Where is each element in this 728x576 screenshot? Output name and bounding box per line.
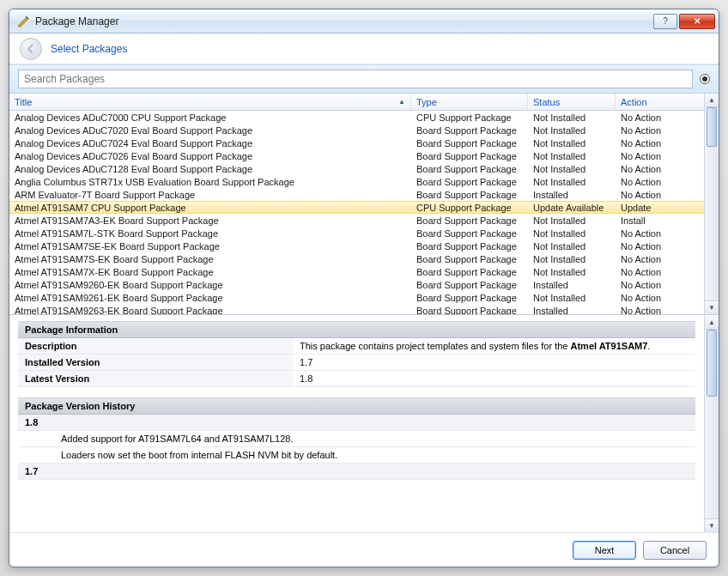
cell-action: No Action <box>616 138 674 149</box>
cell-action: No Action <box>616 228 674 239</box>
scroll-up-icon[interactable]: ▲ <box>705 94 719 107</box>
cell-type: Board Support Package <box>411 306 528 315</box>
col-title[interactable]: Title▲ <box>9 94 411 110</box>
cell-action: No Action <box>616 280 674 290</box>
dialog-footer: Next Cancel <box>9 532 719 567</box>
cell-action: Update <box>616 203 674 213</box>
table-row[interactable]: Analog Devices ADuC7020 Eval Board Suppo… <box>9 124 704 136</box>
col-action[interactable]: Action <box>616 94 674 110</box>
scroll-up-icon[interactable]: ▲ <box>705 316 719 330</box>
cell-action: No Action <box>616 177 674 187</box>
cell-status: Not Installed <box>528 125 616 136</box>
cell-type: Board Support Package <box>411 254 528 264</box>
cell-action: No Action <box>616 125 674 136</box>
table-row[interactable]: Atmel AT91SAM9263-EK Board Support Packa… <box>9 304 704 314</box>
history-version: 1.7 <box>18 464 695 480</box>
cell-action: No Action <box>616 306 674 315</box>
cell-status: Not Installed <box>528 151 616 161</box>
cell-type: Board Support Package <box>411 164 528 174</box>
cell-action: Install <box>616 215 674 226</box>
cell-status: Not Installed <box>528 228 616 239</box>
col-status[interactable]: Status <box>528 94 616 110</box>
cell-action: No Action <box>616 241 674 252</box>
cell-type: Board Support Package <box>411 293 528 303</box>
cancel-button[interactable]: Cancel <box>643 541 707 560</box>
table-row[interactable]: ARM Evaluator-7T Board Support PackageBo… <box>9 188 704 201</box>
cell-status: Not Installed <box>528 254 616 264</box>
cell-action: No Action <box>616 112 674 123</box>
cell-title: ARM Evaluator-7T Board Support Package <box>9 190 411 200</box>
cell-action: No Action <box>616 151 674 161</box>
col-type[interactable]: Type <box>411 94 528 110</box>
installed-version-value: 1.7 <box>293 355 695 371</box>
close-button[interactable]: ✕ <box>679 14 715 29</box>
table-row[interactable]: Atmel AT91SAM7X-EK Board Support Package… <box>9 265 704 278</box>
cell-action: No Action <box>616 254 674 264</box>
cell-type: CPU Support Package <box>411 112 528 123</box>
cell-title: Atmel AT91SAM9263-EK Board Support Packa… <box>9 306 411 315</box>
cell-title: Atmel AT91SAM9261-EK Board Support Packa… <box>9 293 411 303</box>
table-row[interactable]: Atmel AT91SAM9261-EK Board Support Packa… <box>9 291 704 304</box>
back-button[interactable] <box>20 38 42 60</box>
cell-title: Analog Devices ADuC7026 Eval Board Suppo… <box>9 151 411 161</box>
cell-status: Not Installed <box>528 293 616 303</box>
cell-type: Board Support Package <box>411 151 528 161</box>
cell-type: Board Support Package <box>411 228 528 239</box>
package-manager-window: Package Manager ? ✕ Select Packages Titl… <box>9 9 719 567</box>
table-row[interactable]: Atmel AT91SAM7L-STK Board Support Packag… <box>9 227 704 239</box>
table-row[interactable]: Anglia Columbus STR71x USB Evaluation Bo… <box>9 175 704 188</box>
arrow-left-icon <box>26 44 36 54</box>
cell-title: Anglia Columbus STR71x USB Evaluation Bo… <box>9 177 411 187</box>
version-history-header: Package Version History <box>18 397 695 415</box>
table-row[interactable]: Atmel AT91SAM7A3-EK Board Support Packag… <box>9 214 704 227</box>
cell-type: Board Support Package <box>411 177 528 187</box>
table-row[interactable]: Analog Devices ADuC7024 Eval Board Suppo… <box>9 136 704 149</box>
cell-type: Board Support Package <box>411 241 528 252</box>
table-row[interactable]: Atmel AT91SAM7 CPU Support PackageCPU Su… <box>9 201 704 214</box>
cell-status: Not Installed <box>528 215 616 226</box>
table-row[interactable]: Analog Devices ADuC7026 Eval Board Suppo… <box>9 149 704 162</box>
installed-version-label: Installed Version <box>18 355 293 371</box>
package-info-header: Package Information <box>18 321 695 338</box>
table-row[interactable]: Atmel AT91SAM9260-EK Board Support Packa… <box>9 278 704 291</box>
cell-action: No Action <box>616 190 674 200</box>
table-row[interactable]: Analog Devices ADuC7128 Eval Board Suppo… <box>9 162 704 175</box>
table-row[interactable]: Analog Devices ADuC7000 CPU Support Pack… <box>9 111 704 124</box>
help-button[interactable]: ? <box>653 14 677 29</box>
search-bar <box>9 64 719 94</box>
cell-status: Not Installed <box>528 241 616 252</box>
cell-type: CPU Support Package <box>411 203 528 213</box>
cell-title: Atmel AT91SAM7L-STK Board Support Packag… <box>9 228 411 239</box>
cell-title: Atmel AT91SAM7S-EK Board Support Package <box>9 254 411 264</box>
cell-type: Board Support Package <box>411 125 528 136</box>
scroll-down-icon[interactable]: ▼ <box>705 518 719 532</box>
scroll-thumb[interactable] <box>707 330 717 397</box>
latest-version-value: 1.8 <box>293 371 695 387</box>
help-icon: ? <box>663 16 668 26</box>
next-button[interactable]: Next <box>573 541 636 560</box>
cell-action: No Action <box>616 164 674 174</box>
cell-action: No Action <box>616 267 674 277</box>
table-row[interactable]: Atmel AT91SAM7S-EK Board Support Package… <box>9 252 704 265</box>
cell-type: Board Support Package <box>411 138 528 149</box>
sort-asc-icon: ▲ <box>398 98 405 106</box>
history-note: Added support for AT91SAM7L64 and AT91SA… <box>18 431 695 447</box>
cell-status: Not Installed <box>528 177 616 187</box>
cell-status: Installed <box>528 280 616 290</box>
cell-title: Atmel AT91SAM7 CPU Support Package <box>9 203 411 213</box>
cell-title: Analog Devices ADuC7128 Eval Board Suppo… <box>9 164 411 174</box>
table-row[interactable]: Atmel AT91SAM7SE-EK Board Support Packag… <box>9 239 704 252</box>
filter-radio[interactable] <box>700 74 710 84</box>
details-scrollbar[interactable]: ▲ ▼ <box>704 316 719 532</box>
cell-action: No Action <box>616 293 674 303</box>
cell-type: Board Support Package <box>411 215 528 226</box>
cell-title: Analog Devices ADuC7020 Eval Board Suppo… <box>9 125 411 136</box>
scroll-thumb[interactable] <box>707 107 717 147</box>
cell-title: Atmel AT91SAM7SE-EK Board Support Packag… <box>9 241 411 252</box>
search-input[interactable] <box>18 70 693 88</box>
cell-type: Board Support Package <box>411 280 528 290</box>
scroll-down-icon[interactable]: ▼ <box>705 300 719 314</box>
cell-status: Not Installed <box>528 138 616 149</box>
cell-type: Board Support Package <box>411 190 528 200</box>
table-scrollbar[interactable]: ▲ ▼ <box>704 94 719 314</box>
